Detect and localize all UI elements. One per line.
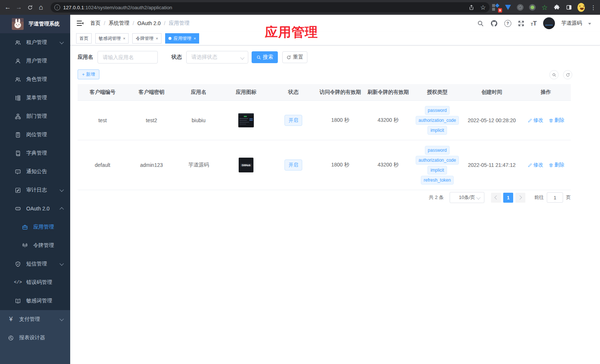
- sidebar-item-dict-mgmt[interactable]: 字典管理: [0, 144, 70, 162]
- extension-circle-icon[interactable]: [517, 4, 524, 11]
- search-icon: [256, 55, 261, 60]
- sidebar-item-role-mgmt[interactable]: 角色管理: [0, 70, 70, 89]
- cell-actions: 修改 删除: [521, 140, 571, 190]
- delete-button[interactable]: 删除: [549, 162, 565, 168]
- user-avatar[interactable]: [543, 17, 555, 29]
- toggle-search-button[interactable]: [549, 70, 559, 79]
- sidebar-item-token-mgmt[interactable]: 令牌管理: [0, 236, 70, 255]
- site-info-icon[interactable]: i: [54, 4, 60, 10]
- table-header-row: 客户端编号 客户端密钥 应用名 应用图标 状态 访问令牌的有效期 刷新令牌的有效…: [78, 84, 571, 101]
- fullscreen-icon[interactable]: [518, 20, 525, 27]
- prev-page-button[interactable]: [491, 193, 501, 203]
- browser-back-button[interactable]: ←: [2, 2, 13, 13]
- sidebar-item-pay-mgmt[interactable]: ¥支付管理: [0, 310, 70, 329]
- hamburger-icon[interactable]: [76, 19, 84, 27]
- sidebar-item-notice[interactable]: 通知公告: [0, 162, 70, 181]
- goto-page-input[interactable]: [547, 192, 563, 203]
- address-bar[interactable]: i 127.0.0.1:1024/system/oauth2/oauth2/ap…: [51, 2, 490, 13]
- sidebar-item-user-mgmt[interactable]: 用户管理: [0, 52, 70, 70]
- page-size-select[interactable]: 10条/页: [450, 192, 484, 203]
- sidebar-item-menu-mgmt[interactable]: 菜单管理: [0, 89, 70, 107]
- cell-client-secret: admin123: [127, 140, 175, 190]
- cell-grant-types: password authorization_code implicit ref…: [412, 140, 463, 190]
- trash-icon: [549, 163, 553, 168]
- sidebar-item-dept-mgmt[interactable]: 部门管理: [0, 107, 70, 126]
- chevron-down-icon: [240, 55, 244, 59]
- edit-button[interactable]: 修改: [528, 162, 543, 168]
- close-icon[interactable]: ×: [156, 36, 158, 41]
- sidebar-item-sms-mgmt[interactable]: 短信管理: [0, 255, 70, 273]
- app-icon-dashboard-thumbnail: [238, 113, 254, 127]
- cell-app-icon: GitHub: [222, 140, 270, 190]
- sidebar-item-tenant-mgmt[interactable]: 租户管理: [0, 33, 70, 52]
- app-logo-header[interactable]: 芋道管理系统: [0, 15, 70, 33]
- search-icon[interactable]: [477, 20, 484, 27]
- add-label: 新增: [86, 71, 95, 78]
- refresh-icon: [286, 55, 291, 60]
- close-icon[interactable]: ×: [123, 36, 125, 41]
- github-icon[interactable]: [490, 20, 498, 27]
- breadcrumb-home[interactable]: 首页: [90, 20, 100, 27]
- extension-star-icon[interactable]: ☆: [541, 4, 548, 11]
- sidebar-item-errcode-mgmt[interactable]: </>错误码管理: [0, 273, 70, 292]
- bookmark-star-icon[interactable]: ☆: [480, 4, 486, 11]
- cell-refresh-validity: 43200 秒: [364, 101, 412, 140]
- screen: ← → ⌂ i 127.0.0.1:1024/system/oauth2/oau…: [0, 0, 600, 364]
- extension-gem-icon[interactable]: [504, 4, 512, 11]
- announcement-icon: [15, 169, 21, 175]
- chevron-down-icon: [59, 188, 64, 192]
- cell-status: 开启: [270, 101, 316, 140]
- sidebar-item-sensitive-words[interactable]: 敏感词管理: [0, 292, 70, 310]
- delete-button[interactable]: 删除: [549, 117, 565, 124]
- refresh-table-button[interactable]: [563, 70, 572, 79]
- menu-label: 审计日志: [26, 187, 47, 193]
- status-select[interactable]: 请选择状态: [186, 51, 248, 63]
- menu-tree-icon: [15, 95, 21, 101]
- caret-down-icon[interactable]: [588, 23, 591, 25]
- signal-icon: [22, 243, 28, 249]
- font-size-icon[interactable]: TT: [531, 20, 537, 27]
- browser-reload-button[interactable]: [24, 2, 35, 13]
- username[interactable]: 芋道源码: [561, 20, 582, 27]
- next-page-button[interactable]: [515, 193, 525, 203]
- menu-label: 部门管理: [26, 113, 47, 120]
- sidebar-item-application-mgmt[interactable]: 应用管理: [0, 218, 70, 236]
- sidebar-item-post-mgmt[interactable]: 岗位管理: [0, 126, 70, 144]
- sidebar-item-audit-log[interactable]: 审计日志: [0, 181, 70, 199]
- browser-menu-icon[interactable]: ⋮: [590, 4, 597, 11]
- extension-tabs-icon[interactable]: 9: [492, 4, 500, 11]
- help-icon[interactable]: ?: [504, 20, 511, 27]
- breadcrumb-oauth2[interactable]: OAuth 2.0: [137, 20, 161, 26]
- search-button[interactable]: 搜索: [252, 51, 278, 63]
- sidebar-item-report-designer[interactable]: 报表设计器: [0, 329, 70, 347]
- sidebar-item-oauth2[interactable]: OAuth 2.0: [0, 199, 70, 218]
- tab-application-mgmt[interactable]: 应用管理×: [165, 33, 199, 44]
- circle-shape: [517, 4, 524, 11]
- tab-sensitive-words[interactable]: 敏感词管理×: [95, 33, 129, 44]
- tab-home[interactable]: 首页: [76, 33, 92, 44]
- tab-token-mgmt[interactable]: 令牌管理×: [132, 33, 161, 44]
- edit-button[interactable]: 修改: [528, 117, 543, 124]
- url-path: :1024/system/oauth2/oauth2/application: [84, 5, 172, 10]
- add-button[interactable]: +新增: [78, 69, 99, 79]
- side-panel-icon[interactable]: [565, 4, 573, 11]
- chevron-right-icon: [518, 195, 522, 199]
- yen-icon: ¥: [8, 316, 14, 323]
- extensions-puzzle-icon[interactable]: [553, 4, 560, 11]
- browser-home-button[interactable]: ⌂: [35, 2, 47, 13]
- extension-record-icon[interactable]: [529, 4, 536, 11]
- browser-forward-button[interactable]: →: [13, 2, 24, 13]
- breadcrumb-separator: /: [104, 20, 105, 26]
- app-name-input[interactable]: [98, 51, 158, 63]
- share-icon[interactable]: [468, 4, 474, 10]
- profile-avatar[interactable]: [577, 4, 585, 11]
- close-icon[interactable]: ×: [194, 36, 196, 41]
- star-glyph: ☆: [541, 4, 548, 11]
- org-chart-icon: [15, 113, 21, 120]
- font-big-glyph: T: [533, 20, 537, 27]
- reset-button[interactable]: 重置: [282, 51, 307, 63]
- cell-grant-types: password authorization_code implicit: [412, 101, 463, 140]
- header-grant-types: 授权类型: [412, 84, 463, 100]
- current-page-button[interactable]: 1: [503, 193, 513, 203]
- breadcrumb-system[interactable]: 系统管理: [109, 20, 129, 27]
